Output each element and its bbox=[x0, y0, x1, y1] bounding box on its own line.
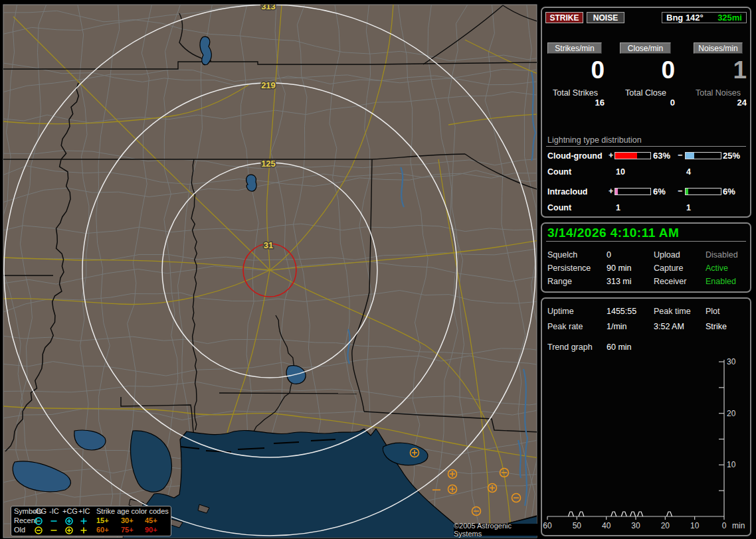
cg-minus-bar bbox=[685, 152, 721, 159]
datetime-divider bbox=[546, 241, 746, 242]
cg-minus-pct: 25% bbox=[723, 151, 740, 161]
close-per-min-value: 0 bbox=[616, 58, 675, 82]
total-strikes-label: Total Strikes bbox=[546, 88, 605, 98]
trend-spikes bbox=[568, 512, 672, 516]
legend-col-pos-ic: +IC bbox=[78, 507, 90, 516]
legend-plus-icon bbox=[79, 526, 88, 535]
peak-rate-label: Peak rate bbox=[547, 322, 583, 331]
svg-text:20: 20 bbox=[661, 521, 670, 530]
cg-plus-bar bbox=[614, 152, 651, 159]
bearing-label: Bng 142° bbox=[666, 13, 704, 23]
svg-text:min: min bbox=[732, 521, 745, 530]
ic-minus-count: 1 bbox=[686, 203, 691, 212]
range-value-row: 313 mi bbox=[607, 277, 632, 286]
intracloud-label: Intracloud bbox=[547, 187, 587, 196]
ring-distance-label: 31 bbox=[264, 240, 273, 250]
bearing-range-display: Bng 142° 325mi bbox=[662, 12, 747, 23]
legend-age-header: Strike age color codes bbox=[96, 507, 169, 516]
legend-col-pos-cg: +CG bbox=[62, 507, 78, 516]
ring-distance-label: 125 bbox=[261, 159, 276, 169]
total-noises-label: Total Noises bbox=[690, 88, 747, 98]
cg-plus-pct: 63% bbox=[653, 151, 670, 161]
legend-col-neg-cg: -CG bbox=[33, 507, 47, 516]
persistence-label: Persistence bbox=[547, 264, 591, 273]
strikes-counter-col: Strikes/min 0 Total Strikes 16 bbox=[546, 42, 605, 108]
squelch-value: 0 bbox=[607, 250, 611, 260]
peak-time-value: 3:52 AM bbox=[654, 322, 684, 331]
total-strikes-value: 16 bbox=[546, 98, 605, 108]
svg-text:40: 40 bbox=[602, 521, 611, 530]
distribution-divider bbox=[546, 146, 746, 147]
strike-mode-button[interactable]: STRIKE bbox=[545, 12, 583, 23]
age-code-label: 60+ bbox=[96, 526, 109, 534]
legend-plus-circle-icon bbox=[64, 516, 74, 526]
total-close-label: Total Close bbox=[616, 88, 675, 98]
range-label: Range bbox=[547, 277, 572, 286]
legend-minus-circle-icon bbox=[34, 516, 43, 526]
legend-row-label: Old bbox=[14, 526, 25, 534]
persistence-value: 90 min bbox=[607, 264, 632, 273]
ic-minus-sign: − bbox=[678, 187, 682, 196]
plot-header: Plot bbox=[706, 307, 720, 316]
strikes-per-min-button[interactable]: Strikes/min bbox=[547, 42, 602, 54]
age-code-label: 45+ bbox=[145, 516, 157, 525]
copyright-label: ©2005 Astrogenic Systems bbox=[454, 524, 537, 536]
cg-minus-sign: − bbox=[678, 151, 682, 160]
squelch-label: Squelch bbox=[547, 250, 577, 260]
svg-text:20: 20 bbox=[727, 409, 736, 418]
ring-distance-label: 313 bbox=[261, 1, 276, 11]
strikes-per-min-value: 0 bbox=[546, 58, 605, 82]
legend-minus-icon bbox=[49, 516, 58, 526]
peak-time-header: Peak time bbox=[654, 307, 691, 316]
uptime-value: 1455:55 bbox=[607, 307, 636, 316]
age-code-label: 90+ bbox=[145, 526, 157, 534]
svg-text:30: 30 bbox=[631, 521, 640, 530]
cg-plus-count: 10 bbox=[616, 167, 625, 177]
total-close-value: 0 bbox=[616, 98, 675, 108]
cloud-ground-label: Cloud-ground bbox=[547, 151, 603, 161]
app-window: 31321912531 Symbols -CG -IC +CG +IC Stri… bbox=[0, 0, 756, 539]
svg-text:50: 50 bbox=[573, 521, 582, 530]
noise-mode-button[interactable]: NOISE bbox=[587, 12, 624, 23]
datetime-display: 3/14/2026 4:10:11 AM bbox=[547, 226, 679, 240]
trend-panel: Uptime 1455:55 Peak time Plot Peak rate … bbox=[541, 297, 751, 536]
cg-plus-sign: + bbox=[609, 151, 613, 160]
cg-minus-count: 4 bbox=[686, 167, 691, 177]
legend-col-neg-ic: -IC bbox=[49, 507, 59, 516]
distribution-header: Lightning type distribution bbox=[547, 135, 642, 145]
noises-counter-col: Noises/min 1 Total Noises 24 bbox=[690, 42, 747, 108]
age-code-label: 75+ bbox=[121, 526, 134, 534]
total-noises-value: 24 bbox=[690, 98, 747, 108]
capture-label: Capture bbox=[654, 264, 683, 273]
receiver-label: Receiver bbox=[654, 277, 686, 286]
plot-value: Strike bbox=[706, 322, 727, 331]
status-panel: 3/14/2026 4:10:11 AM Squelch 0 Upload Di… bbox=[541, 222, 751, 293]
noises-per-min-button[interactable]: Noises/min bbox=[694, 42, 743, 54]
strike-map[interactable]: 31321912531 bbox=[0, 0, 539, 539]
svg-text:60: 60 bbox=[543, 521, 552, 530]
map-legend: Symbols -CG -IC +CG +IC Strike age color… bbox=[11, 506, 171, 536]
capture-status: Active bbox=[706, 264, 728, 273]
ic-plus-pct: 6% bbox=[653, 187, 666, 196]
peak-rate-value: 1/min bbox=[607, 322, 627, 331]
close-per-min-button[interactable]: Close/min bbox=[620, 42, 671, 54]
uptime-label: Uptime bbox=[547, 307, 574, 316]
ic-minus-bar bbox=[685, 188, 721, 195]
range-value: 325mi bbox=[717, 13, 742, 23]
ic-minus-pct: 6% bbox=[723, 187, 735, 196]
svg-text:0: 0 bbox=[722, 521, 727, 530]
cg-count-label: Count bbox=[547, 167, 571, 177]
legend-minus-circle-icon bbox=[34, 526, 43, 535]
svg-text:10: 10 bbox=[690, 521, 700, 530]
ic-count-label: Count bbox=[547, 203, 571, 212]
legend-plus-circle-icon bbox=[64, 526, 74, 535]
noises-per-min-value: 1 bbox=[690, 58, 747, 82]
svg-text:30: 30 bbox=[727, 357, 736, 366]
svg-text:10: 10 bbox=[727, 460, 736, 469]
trend-graph: 6050403020100min102030 bbox=[542, 349, 750, 535]
ic-plus-bar bbox=[614, 188, 651, 195]
ic-plus-count: 1 bbox=[616, 203, 620, 212]
upload-status: Disabled bbox=[706, 250, 738, 260]
strike-stats-panel: STRIKE NOISE Bng 142° 325mi Strikes/min … bbox=[541, 7, 751, 218]
legend-minus-icon bbox=[49, 526, 58, 535]
